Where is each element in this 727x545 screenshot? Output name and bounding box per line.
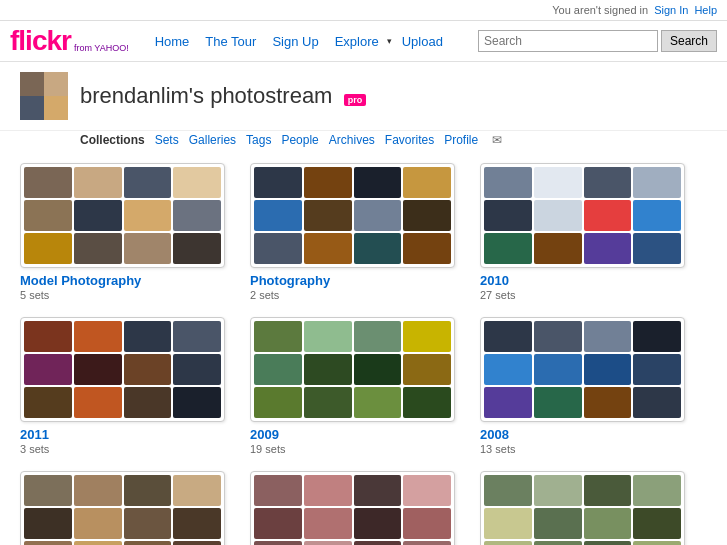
mosaic-cell <box>254 167 302 198</box>
mosaic-cell <box>354 321 402 352</box>
not-signed-in-text: You aren't signed in <box>552 4 648 16</box>
mosaic-cell <box>584 475 632 506</box>
explore-dropdown-icon: ▾ <box>387 36 392 46</box>
mosaic-cell <box>534 475 582 506</box>
mosaic-cell <box>534 321 582 352</box>
collection-title-4[interactable]: 2009 <box>250 427 460 442</box>
mosaic-cell <box>304 167 352 198</box>
collection-title-2[interactable]: 2010 <box>480 273 690 288</box>
mosaic-cell <box>24 475 72 506</box>
collection-mosaic-8[interactable] <box>480 471 685 545</box>
collection-count-5: 13 sets <box>480 443 690 455</box>
mosaic-cell <box>584 541 632 545</box>
subnav-collections[interactable]: Collections <box>80 133 145 147</box>
mosaic-cell <box>74 200 122 231</box>
mosaic-cell <box>304 508 352 539</box>
mosaic-cell <box>584 508 632 539</box>
mosaic-cell <box>173 167 221 198</box>
tour-link[interactable]: The Tour <box>199 34 262 49</box>
collection-mosaic-2[interactable] <box>480 163 685 268</box>
mosaic-cell <box>24 541 72 545</box>
mosaic-cell <box>584 233 632 264</box>
mosaic-cell <box>254 508 302 539</box>
subnav-sets[interactable]: Sets <box>155 133 179 147</box>
mosaic-cell <box>173 354 221 385</box>
search-button[interactable]: Search <box>661 30 717 52</box>
mosaic-cell <box>584 354 632 385</box>
mosaic-cell <box>24 508 72 539</box>
mosaic-cell <box>74 508 122 539</box>
mosaic-cell <box>254 541 302 545</box>
explore-dropdown[interactable]: Explore ▾ <box>329 34 392 49</box>
collection-mosaic-0[interactable] <box>20 163 225 268</box>
avatar <box>20 72 68 120</box>
mosaic-cell <box>254 475 302 506</box>
mosaic-cell <box>124 508 172 539</box>
mosaic-cell <box>403 508 451 539</box>
help-link[interactable]: Help <box>694 4 717 16</box>
mosaic-cell <box>24 200 72 231</box>
subnav-galleries[interactable]: Galleries <box>189 133 236 147</box>
top-bar: You aren't signed in Sign In Help <box>0 0 727 21</box>
collections-row-2: 20113 sets200919 sets200813 sets <box>20 317 707 455</box>
collection-mosaic-6[interactable] <box>20 471 225 545</box>
subnav-favorites[interactable]: Favorites <box>385 133 434 147</box>
collection-title-3[interactable]: 2011 <box>20 427 230 442</box>
mosaic-cell <box>74 541 122 545</box>
collection-item-6: Collection 74 sets <box>20 471 230 545</box>
collection-title-0[interactable]: Model Photography <box>20 273 230 288</box>
collection-mosaic-3[interactable] <box>20 317 225 422</box>
mosaic-cell <box>124 200 172 231</box>
mosaic-cell <box>24 354 72 385</box>
upload-link[interactable]: Upload <box>396 34 449 49</box>
collection-mosaic-5[interactable] <box>480 317 685 422</box>
mosaic-cell <box>354 387 402 418</box>
subnav-archives[interactable]: Archives <box>329 133 375 147</box>
mosaic-cell <box>633 200 681 231</box>
mosaic-cell <box>534 167 582 198</box>
profile-header: brendanlim's photostream pro <box>0 62 727 131</box>
mosaic-cell <box>633 387 681 418</box>
collection-mosaic-7[interactable] <box>250 471 455 545</box>
collection-mosaic-4[interactable] <box>250 317 455 422</box>
sign-in-link[interactable]: Sign In <box>654 4 688 16</box>
mosaic-cell <box>173 233 221 264</box>
mosaic-cell <box>74 354 122 385</box>
explore-link[interactable]: Explore <box>329 34 385 49</box>
flickr-logo: flickr <box>10 25 71 57</box>
mosaic-cell <box>534 233 582 264</box>
mosaic-cell <box>254 387 302 418</box>
collection-mosaic-1[interactable] <box>250 163 455 268</box>
email-icon[interactable]: ✉ <box>492 133 502 147</box>
mosaic-cell <box>24 233 72 264</box>
home-link[interactable]: Home <box>149 34 196 49</box>
mosaic-cell <box>534 354 582 385</box>
collections-grid: Model Photography5 setsPhotography2 sets… <box>0 153 727 545</box>
collection-item-4: 200919 sets <box>250 317 460 455</box>
mosaic-cell <box>173 475 221 506</box>
collections-row-1: Model Photography5 setsPhotography2 sets… <box>20 163 707 301</box>
collection-item-3: 20113 sets <box>20 317 230 455</box>
collection-title-5[interactable]: 2008 <box>480 427 690 442</box>
subnav-people[interactable]: People <box>281 133 318 147</box>
nav-bar: flickr from YAHOO! Home The Tour Sign Up… <box>0 21 727 62</box>
mosaic-cell <box>24 167 72 198</box>
search-input[interactable] <box>478 30 658 52</box>
subnav-tags[interactable]: Tags <box>246 133 271 147</box>
collection-title-1[interactable]: Photography <box>250 273 460 288</box>
mosaic-cell <box>124 233 172 264</box>
mosaic-cell <box>354 508 402 539</box>
mosaic-cell <box>124 354 172 385</box>
signup-link[interactable]: Sign Up <box>266 34 324 49</box>
mosaic-cell <box>484 233 532 264</box>
mosaic-cell <box>484 200 532 231</box>
nav-links: Home The Tour Sign Up Explore ▾ Upload <box>149 34 449 49</box>
mosaic-cell <box>254 354 302 385</box>
mosaic-cell <box>633 167 681 198</box>
mosaic-cell <box>74 475 122 506</box>
mosaic-cell <box>403 387 451 418</box>
subnav-profile[interactable]: Profile <box>444 133 478 147</box>
mosaic-cell <box>254 321 302 352</box>
mosaic-cell <box>354 541 402 545</box>
mosaic-cell <box>173 541 221 545</box>
